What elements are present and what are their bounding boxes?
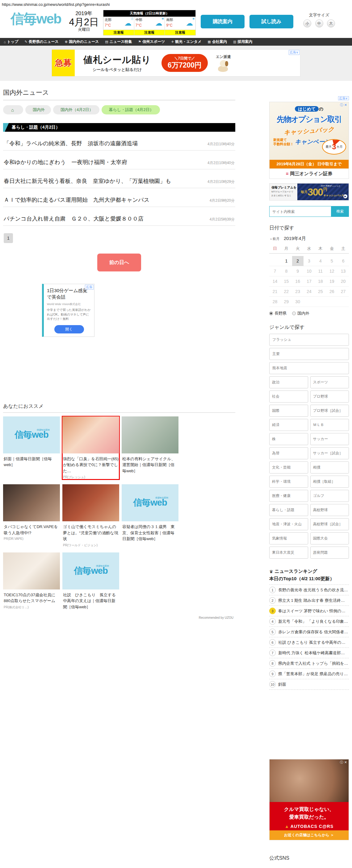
genre-button[interactable]: 株	[269, 433, 308, 445]
nav-item[interactable]: ⌂ トップ	[4, 39, 19, 44]
calendar-day[interactable]: 14	[269, 276, 281, 286]
calendar-day[interactable]: 26	[326, 286, 338, 297]
calendar-day[interactable]: 3	[303, 256, 315, 266]
calendar-day[interactable]: 24	[303, 286, 315, 297]
nav-item[interactable]: ▥ 採用案内	[233, 39, 252, 44]
article-row[interactable]: 春日大社に新元号祝う看板、奈良 皇室ゆかり、「万葉植物園」も 4月2日10時29…	[3, 169, 235, 188]
genre-button[interactable]: 気象情報	[269, 532, 308, 545]
calendar-day[interactable]: 7	[269, 266, 281, 276]
ranking-item[interactable]: 9 県「営業本部」が発足 県産品の売り…	[269, 669, 349, 679]
genre-button[interactable]: 高校野球	[310, 504, 349, 516]
recommend-card[interactable]: 信毎web信濃毎日新聞 斜面｜信濃毎日新聞［信毎web］	[3, 416, 60, 479]
pagination-page-1[interactable]: 1	[4, 233, 13, 243]
recommend-attribution[interactable]: Recommended by UZOU	[5, 616, 233, 619]
font-size-option[interactable]: 小	[303, 20, 311, 27]
recommend-card[interactable]: 信毎web信濃毎日新聞 社説 ひきこもり 孤立する中高年の支えは｜信濃毎日新聞［…	[62, 553, 119, 611]
ad-info-close-icons[interactable]: ⓘ ✕	[340, 760, 347, 765]
top-banner-ad[interactable]: 広告∨ 急募 値札シール貼り シールをペタッと貼るだけ ＼7日間で／ 6万720…	[52, 49, 300, 76]
calendar-day[interactable]: 8	[281, 266, 292, 276]
calendar-day[interactable]: 18	[315, 276, 326, 286]
calendar-day[interactable]: 21	[269, 286, 281, 297]
recommend-card[interactable]: 信毎web信濃毎日新聞 タバコじゃなくてDR.VAPEを吸う人急増中!? PR(…	[3, 484, 60, 548]
recommend-card[interactable]: 信毎web信濃毎日新聞 強烈な「口臭」を石田純一(65)が勧める裏技で0に？衝撃…	[62, 416, 119, 479]
calendar-day[interactable]	[326, 297, 338, 307]
genre-button[interactable]: 医療・健康	[269, 490, 308, 502]
genre-button[interactable]: 科学・環境	[269, 476, 308, 488]
recommend-card[interactable]: 信毎web信濃毎日新聞 TOEIC170点の37歳会社員に880点取らせたスマホ…	[3, 553, 60, 611]
calendar-day[interactable]: 9	[292, 266, 303, 276]
calendar-day[interactable]	[303, 297, 315, 307]
search-button[interactable]: 検索	[331, 206, 349, 217]
genre-button[interactable]: 熊本地震	[269, 362, 349, 374]
calendar-day[interactable]: 2	[292, 256, 303, 266]
genre-button[interactable]: 相撲	[310, 461, 349, 473]
ad-cta-button[interactable]: お近くの店舗はこちらから ＞	[269, 830, 349, 840]
genre-button[interactable]: 主要	[269, 348, 349, 360]
genre-button[interactable]: ゴルフ	[310, 490, 349, 502]
article-row[interactable]: ＡＩで効率的に走るバス運用開始 九州大伊都キャンパス 4月2日9時20分	[3, 188, 235, 207]
ad-choice-label[interactable]: 広告∨	[338, 96, 349, 100]
ranking-item[interactable]: 8 県内企業で入社式 トップら「挑戦を…	[269, 658, 349, 669]
calendar-day[interactable]: 1	[281, 256, 292, 266]
ranking-item[interactable]: 4 新元号「令和」 「より良くなる印象…	[269, 616, 349, 627]
calendar-day[interactable]: 12	[326, 266, 338, 276]
ad-info-close-icons[interactable]: ⓘ ✕	[340, 103, 347, 107]
calendar-day[interactable]: 17	[303, 276, 315, 286]
prev-month-link[interactable]: ＜前月	[269, 237, 280, 241]
calendar-scope-radio[interactable]: 国内外	[292, 311, 310, 316]
weather-warning-badge[interactable]: 注意報	[104, 30, 134, 35]
genre-button[interactable]: 政治	[269, 376, 308, 389]
genre-button[interactable]: サッカー	[310, 433, 349, 445]
breadcrumb-item[interactable]: 国内外（4月2日）	[53, 105, 99, 115]
breadcrumb-item[interactable]: 国内外	[25, 105, 51, 115]
genre-button[interactable]: 文化・芸能	[269, 461, 308, 473]
okasan-ad[interactable]: ⓘ ✕ はじめての 先物オプション取引 キャッシュバック 最大3カ月 新規建て手…	[269, 102, 349, 179]
calendar-day[interactable]: 13	[338, 266, 349, 276]
autobacs-ad[interactable]: ⓘ ✕ クルマ買取じゃない、愛車買取だった。 ▲AUTOBACS C@RS お近…	[269, 759, 349, 840]
nav-item[interactable]: ⊕ 国内外のニュース	[65, 39, 99, 44]
article-title[interactable]: 春日大社に新元号祝う看板、奈良 皇室ゆかり、「万葉植物園」も	[4, 177, 171, 185]
site-logo[interactable]: 信毎web	[10, 10, 61, 28]
font-size-option[interactable]: 大	[327, 20, 335, 27]
ranking-item[interactable]: 2 県立大１期生 踏み出す春 寮生活終…	[269, 595, 349, 606]
nav-item[interactable]: ✈ 観光・エンタメ	[171, 39, 201, 44]
nav-item[interactable]: ✎ 長野県のニュース	[25, 39, 59, 44]
inline-text-ad[interactable]: 広告 1日30分ゲーム感覚で英会話 World Wide Vision株式会社 …	[42, 284, 94, 337]
inline-ad-open-button[interactable]: 開く	[54, 325, 84, 334]
calendar-day[interactable]: 11	[315, 266, 326, 276]
subscribe-button[interactable]: 購読案内	[201, 15, 244, 28]
trial-read-button[interactable]: 試し読み	[250, 15, 293, 28]
calendar-day[interactable]: 10	[303, 266, 315, 276]
article-title[interactable]: パチンコ台入れ替え自粛 Ｇ２０、大阪と愛媛８００店	[4, 215, 144, 222]
genre-button[interactable]: 社会	[269, 391, 308, 403]
genre-button[interactable]: プロ野球	[310, 391, 349, 403]
breadcrumb-item[interactable]: ⌂	[3, 105, 23, 115]
previous-day-button[interactable]: 前の日へ	[97, 253, 141, 272]
ntt-premium-ad[interactable]: 信毎プレミアムを NTTグループカードで おまとめ払いすると 20ケ月間ず――っ…	[269, 183, 349, 200]
ranking-item[interactable]: 10 斜面	[269, 679, 349, 690]
genre-button[interactable]: サッカー［試合］	[310, 447, 349, 459]
article-title[interactable]: 「令和」ラベルの純米酒、長野 須坂市の遠藤酒造場	[4, 140, 138, 147]
genre-button[interactable]: 国際	[269, 405, 308, 417]
calendar-day[interactable]: 6	[338, 256, 349, 266]
genre-button[interactable]: フラッシュ	[269, 334, 349, 346]
genre-button[interactable]: 高校野球［試合］	[310, 518, 349, 530]
calendar-day[interactable]: 23	[292, 286, 303, 297]
ranking-item[interactable]: 6 社説 ひきこもり 孤立する中高年の…	[269, 637, 349, 648]
genre-button[interactable]: 東日本大震災	[269, 547, 308, 559]
recommend-card[interactable]: 信毎web信濃毎日新聞 松本の有料シェアサイクル、運営開始｜信濃毎日新聞［信毎w…	[122, 416, 178, 479]
calendar-day[interactable]: 22	[281, 286, 292, 297]
recommend-card[interactable]: 信毎web信濃毎日新聞 ゴミ山で働くモスミちゃんの夢とは。“児童労働”の過酷な現…	[62, 484, 119, 548]
genre-button[interactable]: 暮らし・話題	[269, 504, 308, 516]
article-row[interactable]: パチンコ台入れ替え自粛 Ｇ２０、大阪と愛媛８００店 4月2日5時39分	[3, 207, 235, 226]
calendar-day[interactable]: 30	[292, 297, 303, 307]
calendar-day[interactable]: 4	[315, 256, 326, 266]
nav-item[interactable]: ▦ 会社案内	[208, 39, 227, 44]
calendar-day[interactable]: 16	[292, 276, 303, 286]
calendar-scope-radio[interactable]: 長野県	[269, 311, 287, 316]
search-input[interactable]	[269, 206, 331, 217]
genre-button[interactable]: 原発問題	[310, 547, 349, 559]
ranking-item[interactable]: 5 赤レンガ倉庫の保存探る 信大関係者…	[269, 627, 349, 637]
nav-item[interactable]: ▤ ニュース特集	[105, 39, 132, 44]
weather-warning-badge[interactable]: 注意報	[134, 30, 165, 35]
